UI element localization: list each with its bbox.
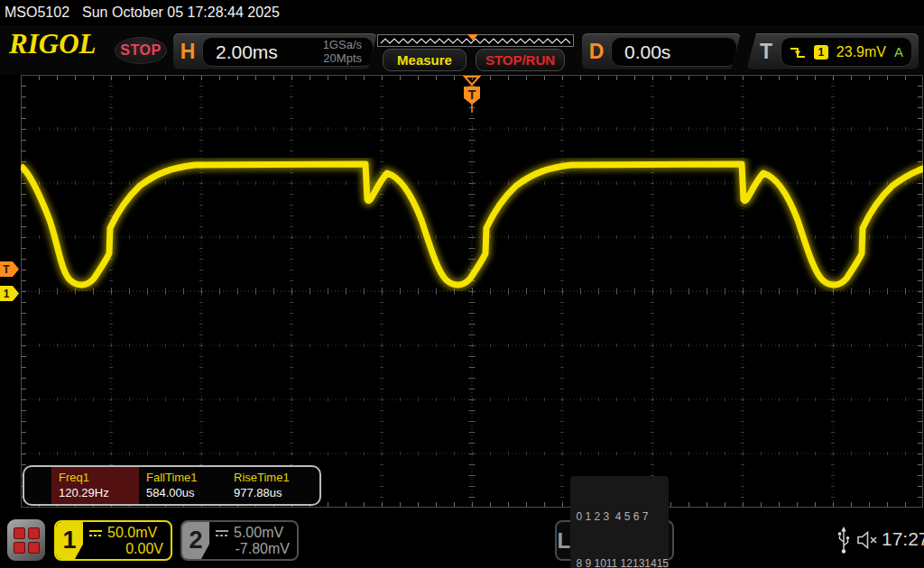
sample-rate: 1GSa/s xyxy=(323,38,362,51)
channel-2-badge[interactable]: 2 5.00mV -7.80mV xyxy=(180,520,299,561)
channel-1-scale: 50.0mV xyxy=(107,525,157,541)
digital-row-1: 0 1 2 3 4 5 6 7 xyxy=(576,509,669,525)
channel-2-scale: 5.00mV xyxy=(234,525,283,541)
channel-2-offset: -7.80mV xyxy=(215,541,290,557)
waveform-display-area[interactable]: T xyxy=(21,75,923,508)
clock-display: 17:27 xyxy=(882,528,924,550)
delay-pill: 0.00s xyxy=(611,37,737,67)
dc-coupling-icon xyxy=(215,528,229,537)
ch1-marker-glyph: 1 xyxy=(4,288,10,300)
memory-depth: 20Mpts xyxy=(323,51,362,65)
usb-icon xyxy=(837,527,850,555)
ch1-waveform xyxy=(21,75,923,508)
menu-grid-square xyxy=(14,527,25,539)
speaker-muted-icon xyxy=(857,530,880,550)
measurement-panel: Freq1 120.29Hz FallTime1 584.00us RiseTi… xyxy=(23,465,321,506)
stop-run-button[interactable]: STOP/RUN xyxy=(476,49,565,71)
trigger-pill: 1 23.9mV A xyxy=(781,37,912,67)
menu-grid-square xyxy=(28,527,40,539)
timebase-pill: 2.00ms 1GSa/s 20Mpts xyxy=(202,37,374,67)
channel-1-offset: 0.00V xyxy=(88,541,163,557)
measurement-label: FallTime1 xyxy=(146,471,226,484)
delay-label: D xyxy=(582,40,611,64)
trigger-settings-group[interactable]: T 1 23.9mV A xyxy=(746,33,919,70)
horizontal-label: H xyxy=(173,40,202,64)
header-bar: RIGOL STOP H 2.00ms 1GSa/s 20Mpts Measur… xyxy=(0,25,924,74)
datetime-text: Sun October 05 17:28:44 2025 xyxy=(82,5,280,21)
run-state-badge[interactable]: STOP xyxy=(115,37,167,64)
trigger-level-marker[interactable]: T xyxy=(0,261,19,277)
horizontal-settings-group[interactable]: H 2.00ms 1GSa/s 20Mpts xyxy=(173,33,377,70)
ch1-trace-glow xyxy=(21,164,923,285)
measurement-value: 977.88us xyxy=(234,486,314,499)
rigol-logo: RIGOL xyxy=(9,28,96,60)
trigger-source-badge: 1 xyxy=(814,45,828,60)
channel-1-values: 50.0mV 0.00V xyxy=(83,522,171,559)
digital-channels-label: L xyxy=(557,528,570,554)
menu-grid-square xyxy=(14,542,25,554)
bottom-status-bar: 1 50.0mV 0.00V 2 5.00mV -7.80mV xyxy=(0,514,924,568)
digital-channels-badge[interactable]: L 0 1 2 3 4 5 6 7 8 9 1011 12131415 xyxy=(555,520,674,561)
delay-settings-group[interactable]: D 0.00s xyxy=(582,33,741,70)
ch1-ground-marker[interactable]: 1 xyxy=(0,286,19,301)
measurement-value: 120.29Hz xyxy=(59,486,139,499)
menu-grid-icon[interactable] xyxy=(7,519,45,561)
measure-button[interactable]: Measure xyxy=(383,49,467,71)
acquisition-info: 1GSa/s 20Mpts xyxy=(323,39,362,65)
channel-1-number: 1 xyxy=(56,522,83,559)
menu-grid-square xyxy=(28,542,40,554)
measurement-label: RiseTime1 xyxy=(234,471,314,484)
trigger-level-value: 23.9mV xyxy=(836,44,886,60)
measurement-label: Freq1 xyxy=(59,471,139,484)
measurement-falltime1[interactable]: FallTime1 584.00us xyxy=(139,467,226,504)
digital-row-2: 8 9 1011 12131415 xyxy=(576,556,669,568)
title-bar: MSO5102 Sun October 05 17:28:44 2025 xyxy=(0,0,924,25)
measurement-freq1[interactable]: Freq1 120.29Hz xyxy=(51,467,139,504)
trigger-slope-icon xyxy=(790,45,806,60)
measurement-risetime1[interactable]: RiseTime1 977.88us xyxy=(226,467,314,504)
model-name: MSO5102 xyxy=(5,5,69,21)
trigger-level-glyph: T xyxy=(3,263,10,276)
digital-channels-list: 0 1 2 3 4 5 6 7 8 9 1011 12131415 xyxy=(570,476,669,568)
trigger-mode: A xyxy=(894,44,903,60)
channel-2-values: 5.00mV -7.80mV xyxy=(209,522,297,559)
trigger-label: T xyxy=(752,40,781,64)
measurement-value: 584.00us xyxy=(146,486,226,499)
timebase-value: 2.00ms xyxy=(216,41,278,63)
dc-coupling-icon xyxy=(88,528,103,537)
channel-2-number: 2 xyxy=(182,522,209,559)
delay-value: 0.00s xyxy=(624,41,670,63)
waveform-position-bar[interactable] xyxy=(377,33,574,47)
channel-1-badge[interactable]: 1 50.0mV 0.00V xyxy=(54,520,172,561)
